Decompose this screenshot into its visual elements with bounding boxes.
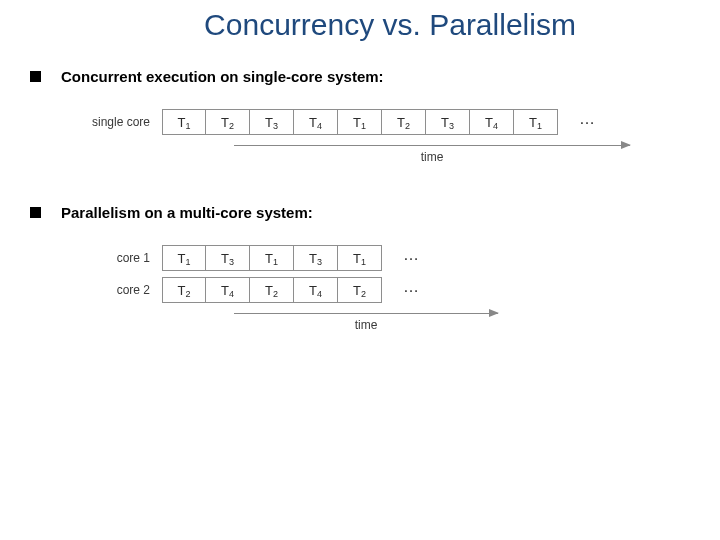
core-2-cells: T2 T4 T2 T4 T2 [162, 277, 382, 303]
slide: Concurrency vs. Parallelism Concurrent e… [0, 0, 720, 540]
figure-single-core: single core T1 T2 T3 T4 T1 T2 T3 T4 T1 …… [80, 109, 720, 164]
cell: T1 [162, 245, 206, 271]
cell: T3 [206, 245, 250, 271]
core-2-label: core 2 [80, 283, 154, 297]
single-core-row: single core T1 T2 T3 T4 T1 T2 T3 T4 T1 … [80, 109, 720, 135]
single-core-cells: T1 T2 T3 T4 T1 T2 T3 T4 T1 [162, 109, 558, 135]
time-label: time [234, 318, 498, 332]
ellipsis: … [566, 109, 610, 135]
bullet-1: Concurrent execution on single-core syst… [0, 68, 720, 85]
cell: T1 [514, 109, 558, 135]
cell: T3 [250, 109, 294, 135]
cell: T2 [206, 109, 250, 135]
cell: T1 [162, 109, 206, 135]
bullet-2: Parallelism on a multi-core system: [0, 204, 720, 221]
cell: T4 [470, 109, 514, 135]
cell: T1 [250, 245, 294, 271]
figure-multi-core: core 1 T1 T3 T1 T3 T1 … core 2 T2 T4 T2 … [80, 245, 720, 332]
time-label: time [234, 150, 630, 164]
bullet-1-text: Concurrent execution on single-core syst… [61, 68, 384, 85]
page-title: Concurrency vs. Parallelism [0, 0, 720, 42]
cell: T2 [162, 277, 206, 303]
cell: T4 [294, 109, 338, 135]
cell: T1 [338, 245, 382, 271]
cell: T1 [338, 109, 382, 135]
core-1-cells: T1 T3 T1 T3 T1 [162, 245, 382, 271]
cell: T4 [294, 277, 338, 303]
time-arrow: time [234, 145, 720, 164]
square-bullet-icon [30, 207, 41, 218]
core-1-row: core 1 T1 T3 T1 T3 T1 … [80, 245, 720, 271]
time-arrow: time [234, 313, 720, 332]
core-2-row: core 2 T2 T4 T2 T4 T2 … [80, 277, 720, 303]
arrow-right-icon [234, 313, 498, 314]
core-1-label: core 1 [80, 251, 154, 265]
ellipsis: … [390, 277, 434, 303]
arrow-right-icon [234, 145, 630, 146]
square-bullet-icon [30, 71, 41, 82]
cell: T4 [206, 277, 250, 303]
cell: T2 [338, 277, 382, 303]
single-core-label: single core [80, 115, 154, 129]
ellipsis: … [390, 245, 434, 271]
cell: T2 [250, 277, 294, 303]
bullet-2-text: Parallelism on a multi-core system: [61, 204, 313, 221]
cell: T2 [382, 109, 426, 135]
cell: T3 [426, 109, 470, 135]
cell: T3 [294, 245, 338, 271]
